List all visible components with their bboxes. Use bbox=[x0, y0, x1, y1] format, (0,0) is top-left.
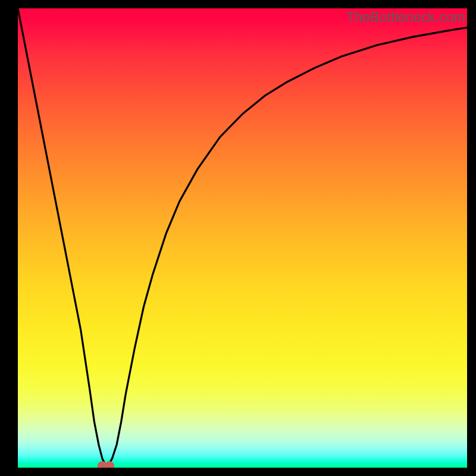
watermark-text: TheBottleneck.com bbox=[346, 10, 465, 26]
bottleneck-curve bbox=[18, 8, 467, 468]
curve-marker-right: ● bbox=[103, 453, 117, 468]
plot-area: ● ● bbox=[18, 8, 467, 468]
chart-frame: ● ● TheBottleneck.com bbox=[0, 0, 476, 476]
